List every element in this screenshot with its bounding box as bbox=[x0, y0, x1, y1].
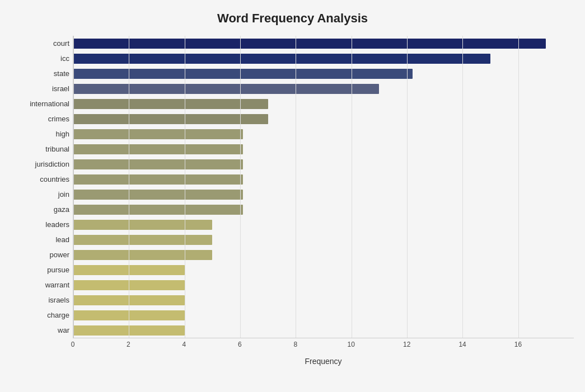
bar bbox=[73, 39, 546, 49]
y-label: warrant bbox=[45, 277, 73, 292]
x-axis-title: Frequency bbox=[73, 357, 574, 366]
x-tick-label: 6 bbox=[238, 341, 242, 348]
bar-row bbox=[73, 51, 574, 66]
x-tick-label: 4 bbox=[182, 341, 186, 348]
y-label: gaza bbox=[54, 202, 73, 217]
bar-row bbox=[73, 36, 574, 51]
y-label: jurisdiction bbox=[35, 157, 73, 172]
bar bbox=[73, 205, 243, 215]
y-label: charge bbox=[47, 308, 73, 323]
bar bbox=[73, 114, 268, 124]
bar-row bbox=[73, 111, 574, 126]
grid-line bbox=[73, 36, 74, 338]
bar-row bbox=[73, 262, 574, 277]
bar-row bbox=[73, 247, 574, 262]
bar-row bbox=[73, 232, 574, 247]
y-label: tribunal bbox=[45, 141, 73, 157]
x-tick-label: 12 bbox=[403, 341, 410, 348]
bar-row bbox=[73, 172, 574, 187]
bar bbox=[73, 174, 243, 185]
grid-line bbox=[185, 36, 185, 338]
bar bbox=[73, 69, 413, 79]
grid-line bbox=[352, 36, 352, 338]
bar-row bbox=[73, 126, 574, 141]
grid-line bbox=[407, 36, 408, 338]
y-label: high bbox=[55, 126, 73, 141]
grid-line bbox=[462, 36, 463, 338]
y-label: israels bbox=[48, 292, 73, 308]
plot-area: 0246810121416 Frequency bbox=[73, 36, 574, 366]
x-tick-label: 2 bbox=[127, 341, 130, 348]
bar-row bbox=[73, 66, 574, 81]
bar-row bbox=[73, 187, 574, 202]
y-label: countries bbox=[40, 172, 73, 187]
y-label: war bbox=[58, 323, 73, 338]
bar bbox=[73, 235, 212, 245]
chart-container: Word Frequency Analysis courticcstateisr… bbox=[0, 0, 585, 392]
y-label: lead bbox=[55, 232, 73, 247]
y-label: icc bbox=[60, 51, 73, 66]
bar-row bbox=[73, 202, 574, 217]
grid-line bbox=[129, 36, 129, 338]
y-label: pursue bbox=[47, 262, 73, 277]
y-axis: courticcstateisraelinternationalcrimeshi… bbox=[11, 36, 73, 366]
y-label: court bbox=[53, 36, 73, 51]
bar bbox=[73, 84, 379, 94]
grid-and-bars bbox=[73, 36, 574, 338]
bar bbox=[73, 220, 212, 230]
grid-line bbox=[240, 36, 241, 338]
bar bbox=[73, 144, 243, 154]
y-label: leaders bbox=[45, 217, 73, 232]
grid-line bbox=[518, 36, 519, 338]
x-tick-label: 14 bbox=[458, 341, 466, 348]
bar-row bbox=[73, 96, 574, 111]
bar bbox=[73, 129, 243, 139]
bar bbox=[73, 250, 212, 260]
x-tick-label: 8 bbox=[293, 341, 297, 348]
bar-row bbox=[73, 217, 574, 232]
y-label: crimes bbox=[48, 111, 73, 126]
chart-area: courticcstateisraelinternationalcrimeshi… bbox=[11, 36, 574, 366]
grid-line bbox=[296, 36, 296, 338]
bar-row bbox=[73, 81, 574, 96]
x-tick-label: 0 bbox=[71, 341, 75, 348]
y-label: join bbox=[58, 187, 73, 202]
y-label: power bbox=[50, 247, 73, 262]
bar-row bbox=[73, 323, 574, 338]
bar-row bbox=[73, 157, 574, 172]
y-label: international bbox=[30, 96, 73, 111]
bar-row bbox=[73, 277, 574, 292]
x-tick-label: 10 bbox=[348, 341, 355, 348]
bar-row bbox=[73, 141, 574, 157]
bar bbox=[73, 54, 490, 64]
x-axis-labels: 0246810121416 bbox=[73, 341, 574, 341]
bar bbox=[73, 99, 268, 109]
bar bbox=[73, 190, 243, 200]
x-tick-label: 16 bbox=[514, 341, 522, 348]
chart-title: Word Frequency Analysis bbox=[11, 11, 574, 26]
y-label: state bbox=[54, 66, 73, 81]
y-label: israel bbox=[52, 81, 73, 96]
bar-row bbox=[73, 308, 574, 323]
bar bbox=[73, 159, 243, 169]
bar-row bbox=[73, 292, 574, 308]
